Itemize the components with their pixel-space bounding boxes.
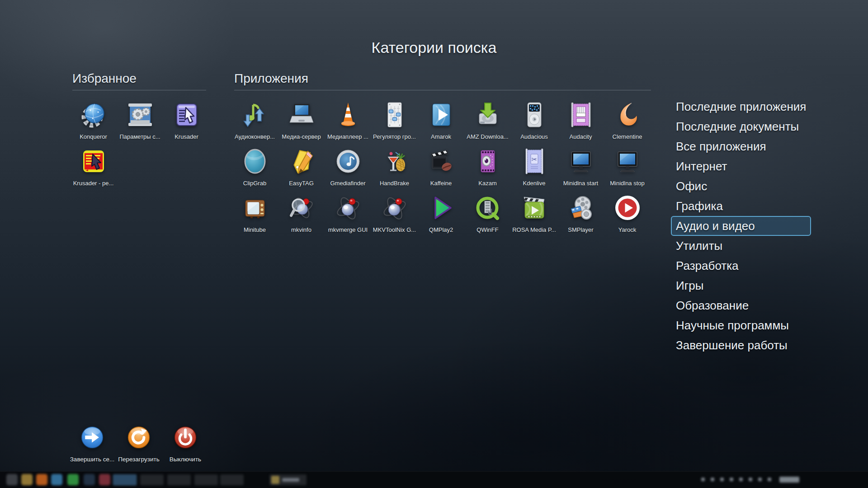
app-item[interactable]: Регулятор гро... <box>371 96 418 142</box>
krusader-root-icon <box>79 147 108 176</box>
category-item[interactable]: Последние приложения <box>671 97 811 117</box>
taskbar-launcher-icon[interactable] <box>36 474 47 485</box>
app-item-label: Minidlna stop <box>610 180 645 187</box>
category-item[interactable]: Игры <box>671 276 811 296</box>
app-item-label: Clementine <box>613 133 642 140</box>
taskbar-window-button[interactable] <box>167 474 191 485</box>
tray-icon[interactable] <box>711 478 714 481</box>
taskbar-launcher-icon[interactable] <box>84 474 95 485</box>
session-logout-icon <box>80 425 105 450</box>
kazam-icon <box>473 147 502 176</box>
tray-icon[interactable] <box>730 478 733 481</box>
app-item[interactable]: HandBrake <box>371 142 418 189</box>
taskbar-window-button[interactable] <box>220 474 244 485</box>
category-item[interactable]: Интернет <box>671 156 811 176</box>
mkv-search-icon <box>287 193 316 222</box>
app-item[interactable]: MKVToolNix G... <box>371 189 418 235</box>
category-item[interactable]: Утилиты <box>671 236 811 256</box>
tray-icon[interactable] <box>758 478 762 481</box>
app-item[interactable]: QMPlay2 <box>418 189 464 235</box>
app-item[interactable]: Clementine <box>604 96 651 142</box>
kdenlive-icon: ✂ <box>520 147 549 176</box>
taskbar-launcher-icon[interactable] <box>51 474 62 485</box>
app-item-label: Медиа-сервер <box>282 133 321 140</box>
app-item[interactable]: mkvmerge GUI <box>325 189 371 235</box>
vlc-cone-icon <box>334 100 363 129</box>
app-item[interactable]: Gmediafinder <box>325 142 371 189</box>
kaffeine-icon <box>427 147 456 176</box>
tray-icon[interactable] <box>768 478 771 481</box>
tray-icon[interactable] <box>701 478 705 481</box>
mkv-atom-icon <box>334 193 363 222</box>
app-item[interactable]: Minitube <box>231 189 278 235</box>
clementine-icon <box>613 100 642 129</box>
app-item[interactable]: EasyTAG <box>278 142 325 189</box>
restart-button[interactable]: Перезагрузить <box>114 425 164 463</box>
app-item[interactable]: Медиа-сервер <box>278 96 325 142</box>
shutdown-button[interactable]: Выключить <box>160 425 210 463</box>
app-item[interactable]: Медиаплеер ... <box>325 96 371 142</box>
app-item[interactable]: Yarock <box>604 189 651 235</box>
taskbar-launcher-icon[interactable] <box>67 474 79 485</box>
app-item[interactable]: ClipGrab <box>231 142 278 189</box>
category-item[interactable]: Графика <box>671 196 811 216</box>
applications-grid: Аудиоконвер...Медиа-серверМедиаплеер ...… <box>231 96 652 235</box>
app-item-label: MKVToolNix G... <box>373 226 416 233</box>
favorite-item[interactable]: Konqueror <box>70 96 117 142</box>
taskbar-launcher-icon[interactable] <box>21 474 33 485</box>
yarock-icon <box>613 193 642 222</box>
favorite-item[interactable]: Krusader <box>163 96 210 142</box>
easytag-icon <box>287 147 316 176</box>
audacity-icon <box>566 100 595 129</box>
taskbar-window-button[interactable] <box>140 474 164 485</box>
monitor-icon <box>613 147 642 176</box>
app-item[interactable]: AMZ Downloa... <box>464 96 511 142</box>
category-item[interactable]: Офис <box>671 176 811 196</box>
app-item[interactable]: Kazam <box>464 142 511 189</box>
taskbar-window-button[interactable] <box>113 474 137 485</box>
app-item[interactable]: Amarok <box>418 96 464 142</box>
amarok-icon <box>427 100 456 129</box>
taskbar-window-button[interactable] <box>269 474 307 485</box>
app-item[interactable]: Audacious <box>511 96 557 142</box>
tray-icon[interactable] <box>749 478 752 481</box>
app-item-label: ROSA Media P... <box>512 226 556 233</box>
app-item-label: Медиаплеер ... <box>327 133 368 140</box>
favorite-item-label: Konqueror <box>80 133 107 140</box>
taskbar-clock[interactable] <box>779 477 799 483</box>
app-item-label: SMPlayer <box>568 226 593 233</box>
favorite-item[interactable]: Параметры с... <box>117 96 163 142</box>
favorite-item[interactable]: Krusader - ре... <box>70 142 117 189</box>
category-item[interactable]: Все приложения <box>671 136 811 156</box>
taskbar-launcher-icon[interactable] <box>99 474 110 485</box>
app-item[interactable]: Audacity <box>557 96 604 142</box>
app-item[interactable]: ROSA Media P... <box>511 189 557 235</box>
tray-icon[interactable] <box>720 478 724 481</box>
category-item[interactable]: Научные программы <box>671 315 811 335</box>
system-settings-icon <box>126 100 155 129</box>
smplayer-icon <box>566 193 595 222</box>
app-item[interactable]: Minidlna start <box>557 142 604 189</box>
app-item-label: Регулятор гро... <box>373 133 416 140</box>
app-item[interactable]: QWinFF <box>464 189 511 235</box>
app-item[interactable]: Kaffeine <box>418 142 464 189</box>
krusader-icon <box>172 100 201 129</box>
category-item[interactable]: Разработка <box>671 256 811 276</box>
category-item[interactable]: Последние документы <box>671 117 811 136</box>
app-item[interactable]: ✂Kdenlive <box>511 142 557 189</box>
favorite-item-label: Krusader - ре... <box>73 180 114 187</box>
category-item[interactable]: Завершение работы <box>671 335 811 355</box>
logout-button[interactable]: Завершить се... <box>67 425 117 463</box>
app-item[interactable]: Аудиоконвер... <box>231 96 278 142</box>
taskbar-launcher-icon[interactable] <box>6 474 18 485</box>
taskbar-window-button[interactable] <box>194 474 218 485</box>
category-item[interactable]: Образование <box>671 296 811 315</box>
app-item[interactable]: Minidlna stop <box>604 142 651 189</box>
app-item-label: Kaffeine <box>430 180 452 187</box>
app-item[interactable]: SMPlayer <box>557 189 604 235</box>
app-item-label: HandBrake <box>380 180 409 187</box>
monitor-icon <box>566 147 595 176</box>
tray-icon[interactable] <box>739 478 743 481</box>
app-item[interactable]: mkvinfo <box>278 189 325 235</box>
category-item-selected[interactable]: Аудио и видео <box>671 216 811 236</box>
